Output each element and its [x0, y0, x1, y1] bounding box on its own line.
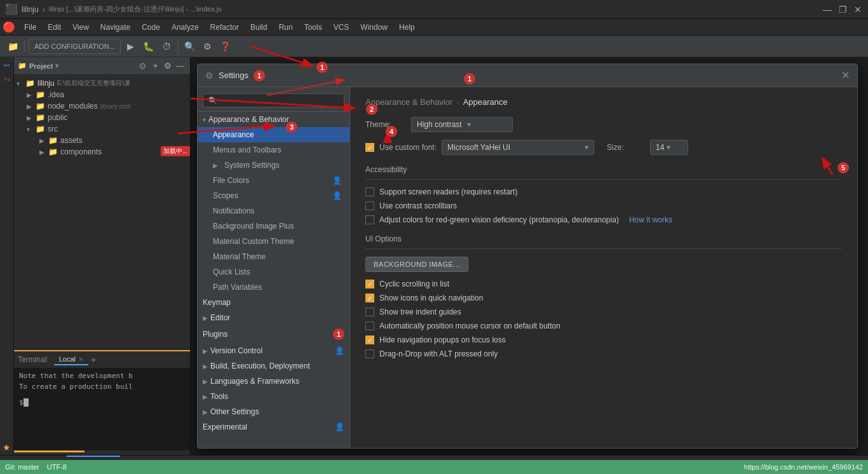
nav-label-experimental: Experimental: [203, 423, 247, 431]
toolbar-search-btn[interactable]: 🔍: [182, 39, 198, 54]
tree-arrow-assets: ▶: [39, 137, 48, 144]
minimize-button[interactable]: —: [822, 4, 832, 15]
menu-build[interactable]: Build: [245, 22, 273, 33]
mouse-cursor-checkbox[interactable]: [365, 322, 374, 330]
run-config-selector[interactable]: ADD CONFIGURATION...: [29, 39, 121, 54]
tree-item-src[interactable]: ▾ 📁 src: [14, 123, 190, 135]
nav-group-vcs[interactable]: ▶ Version Control 👤: [198, 343, 349, 358]
favorites-star-icon[interactable]: ★: [0, 440, 13, 455]
terminal-add-btn[interactable]: +: [91, 355, 96, 365]
nav-item-quick-lists[interactable]: Quick Lists: [198, 264, 349, 280]
menu-navigate[interactable]: Navigate: [95, 22, 135, 33]
nav-item-material-theme[interactable]: Material Theme: [198, 249, 349, 264]
tree-item-idea[interactable]: ▶ 📁 .idea: [14, 89, 190, 100]
side-icons: 1 Z ★: [0, 57, 14, 455]
close-button[interactable]: ✕: [853, 4, 863, 15]
menu-window[interactable]: Window: [355, 22, 393, 33]
how-it-works-link[interactable]: How it works: [629, 215, 672, 224]
toolbar-run-btn[interactable]: ▶: [123, 39, 139, 54]
nav-item-menus-toolbars[interactable]: Menus and Toolbars: [198, 142, 349, 158]
tree-item-assets[interactable]: ▶ 📁 assets: [14, 135, 190, 146]
menu-run[interactable]: Run: [274, 22, 298, 33]
toolbar-debug-btn[interactable]: 🐛: [141, 39, 156, 54]
nav-group-keymap[interactable]: Keymap: [198, 295, 349, 310]
screen-readers-label: Support screen readers (requires restart…: [379, 187, 517, 196]
side-structure-icon[interactable]: Z: [2, 74, 11, 85]
nav-group-other[interactable]: ▶ Other Settings: [198, 404, 349, 419]
nav-item-file-colors[interactable]: File Colors 👤: [198, 173, 349, 188]
status-encoding[interactable]: UTF-8: [47, 463, 67, 471]
tree-item-public[interactable]: ▶ 📁 public: [14, 112, 190, 123]
menu-code[interactable]: Code: [137, 22, 165, 33]
nav-item-notifications[interactable]: Notifications: [198, 203, 349, 219]
status-blog-link[interactable]: https://blog.csdn.net/weixin_45969142: [744, 463, 863, 471]
theme-select[interactable]: High contrast ▾: [411, 117, 513, 132]
nav-item-scopes[interactable]: Scopes 👤: [198, 188, 349, 203]
panel-scope-btn[interactable]: ⊙: [137, 60, 148, 72]
toolbar-profile-btn[interactable]: ⏱: [159, 39, 174, 54]
menu-vcs[interactable]: VCS: [329, 22, 355, 33]
size-dropdown-arrow: ▾: [667, 143, 670, 152]
nav-item-appearance[interactable]: Appearance: [198, 127, 349, 142]
tree-arrow-public: ▶: [27, 114, 36, 121]
toolbar-help-btn[interactable]: ❓: [218, 39, 233, 54]
panel-dropdown[interactable]: ▾: [55, 62, 58, 69]
tree-indent-checkbox[interactable]: [365, 308, 374, 316]
side-project-icon[interactable]: 1: [2, 60, 11, 71]
nav-file-colors-label: File Colors: [213, 176, 249, 185]
settings-body: ▾ Appearance & Behavior Appearance Menus…: [198, 87, 857, 448]
panel-gear-btn[interactable]: ⚙: [162, 60, 173, 72]
panel-autoscroll-btn[interactable]: ⌖: [149, 60, 161, 72]
tree-item-components[interactable]: ▶ 📁 components 加载中...: [14, 146, 190, 158]
terminal-label-static: Terminal:: [18, 355, 49, 364]
toolbar-settings-btn[interactable]: ⚙: [200, 39, 215, 54]
terminal-tab-close[interactable]: ✕: [78, 356, 83, 363]
terminal-tab-local[interactable]: Local ✕: [54, 354, 88, 365]
menu-help[interactable]: Help: [394, 22, 420, 33]
font-select[interactable]: Microsoft YaHei UI ▾: [442, 140, 594, 155]
drag-drop-checkbox[interactable]: [365, 349, 374, 358]
tree-item-root[interactable]: ▾ 📁 lilinju E:\前后端交互完整项目\潇: [14, 78, 190, 89]
custom-font-checkbox[interactable]: ✓: [365, 143, 374, 152]
nav-group-languages[interactable]: ▶ Languages & Frameworks: [198, 374, 349, 389]
menu-file[interactable]: File: [19, 22, 41, 33]
screen-readers-checkbox[interactable]: [365, 187, 374, 196]
nav-item-background-image[interactable]: Background Image Plus: [198, 219, 349, 234]
menu-analyze[interactable]: Analyze: [166, 22, 204, 33]
show-icons-checkbox[interactable]: ✓: [365, 294, 374, 302]
hide-nav-popups-checkbox[interactable]: ✓: [365, 335, 374, 344]
nav-group-build[interactable]: ▶ Build, Execution, Deployment: [198, 358, 349, 374]
settings-close-button[interactable]: ✕: [841, 69, 850, 81]
nav-item-system-settings[interactable]: ▶ System Settings: [198, 158, 349, 173]
drag-drop-row: Drag-n-Drop with ALT pressed only: [365, 349, 842, 358]
menu-refactor[interactable]: Refactor: [205, 22, 244, 33]
status-git[interactable]: Git: master: [5, 463, 39, 471]
nav-item-material-custom[interactable]: Material Custom Theme: [198, 234, 349, 249]
nav-group-editor[interactable]: ▶ Editor: [198, 310, 349, 325]
nav-group-appearance-behavior[interactable]: ▾ Appearance & Behavior: [198, 112, 349, 127]
tree-item-node-modules[interactable]: ▶ 📁 node_modules library root: [14, 100, 190, 112]
maximize-button[interactable]: ❐: [837, 4, 848, 15]
nav-group-plugins[interactable]: Plugins 1: [198, 325, 349, 343]
cb-check-3: ✓: [367, 337, 372, 344]
toolbar-project-btn[interactable]: 📁: [5, 39, 20, 54]
nav-group-tools[interactable]: ▶ Tools: [198, 389, 349, 404]
project-panel: 📁 Project ▾ ⊙ ⌖ ⚙ — ▾ 📁 lilinju E:\前后端交互…: [14, 57, 191, 455]
nav-material-custom-label: Material Custom Theme: [213, 237, 294, 246]
breadcrumb-parent: Appearance & Behavior: [365, 97, 452, 107]
cyclic-scroll-checkbox[interactable]: ✓: [365, 280, 374, 288]
nav-item-path-variables[interactable]: Path Variables: [198, 280, 349, 295]
nav-group-experimental[interactable]: Experimental 👤: [198, 419, 349, 435]
nav-arrow-vcs: ▶: [203, 348, 208, 355]
contrast-scrollbars-checkbox[interactable]: [365, 201, 374, 210]
menu-tools[interactable]: Tools: [299, 22, 327, 33]
background-image-button[interactable]: BACKGROUND IMAGE...: [365, 257, 468, 272]
color-deficiency-checkbox[interactable]: [365, 215, 374, 224]
custom-font-label: Use custom font:: [379, 143, 437, 152]
settings-search-input[interactable]: [203, 93, 344, 107]
theme-label: Theme:: [365, 120, 403, 129]
menu-view[interactable]: View: [67, 22, 94, 33]
panel-minimize-btn[interactable]: —: [175, 60, 186, 72]
size-select[interactable]: 14 ▾: [650, 140, 688, 155]
menu-edit[interactable]: Edit: [43, 22, 66, 33]
